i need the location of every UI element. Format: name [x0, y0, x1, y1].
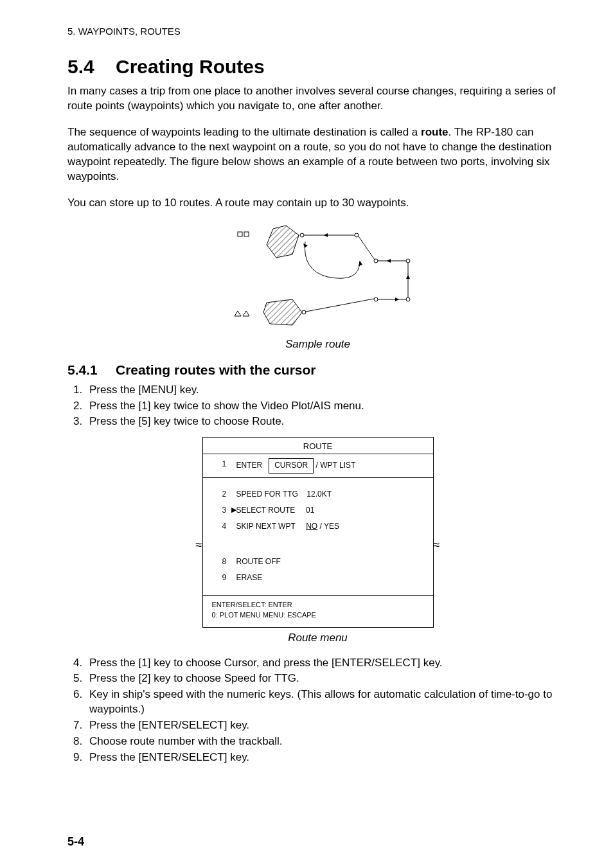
menu-footer-line2: 0: PLOT MENU MENU: ESCAPE	[212, 610, 424, 621]
page-number: 5-4	[67, 835, 84, 849]
svg-line-19	[306, 299, 374, 312]
step-9: Press the [ENTER/SELECT] key.	[85, 750, 568, 765]
step-6: Key in ship's speed with the numeric key…	[85, 687, 568, 717]
menu-main-section: 2 SPEED FOR TTG 12.0KT ▶ 3 SELECT ROUTE …	[203, 478, 433, 595]
menu-item-2-value: 12.0KT	[306, 490, 332, 499]
menu-item-4-label: SKIP NEXT WPT	[236, 522, 296, 531]
svg-marker-14	[387, 259, 391, 263]
steps-list-b: Press the [1] key to choose Cursor, and …	[67, 656, 568, 766]
step-8: Choose route number with the trackball.	[85, 734, 568, 749]
subsection-heading: 5.4.1Creating routes with the cursor	[67, 362, 568, 378]
menu-footer: ENTER/SELECT: ENTER 0: PLOT MENU MENU: E…	[203, 596, 433, 627]
menu-item-9-num: 9	[222, 572, 236, 584]
step-7: Press the [ENTER/SELECT] key.	[85, 718, 568, 733]
svg-point-7	[406, 297, 410, 301]
paragraph-3: You can store up to 10 routes. A route m…	[67, 196, 568, 211]
svg-marker-21	[359, 261, 362, 266]
menu-item-8-label: ROUTE OFF	[236, 556, 424, 568]
menu-footer-line1: ENTER/SELECT: ENTER	[212, 599, 424, 610]
svg-rect-1	[238, 232, 242, 236]
paragraph-2: The sequence of waypoints leading to the…	[67, 125, 568, 184]
menu-title: ROUTE	[203, 438, 433, 454]
step-1: Press the [MENU] key.	[85, 383, 568, 398]
svg-point-4	[355, 233, 359, 237]
svg-marker-16	[406, 275, 410, 279]
menu-item-9-label: ERASE	[236, 572, 424, 584]
figure1-caption: Sample route	[67, 338, 568, 351]
subsection-number: 5.4.1	[67, 362, 116, 378]
svg-line-12	[359, 236, 375, 260]
paragraph-1: In many cases a trip from one place to a…	[67, 84, 568, 114]
menu-pointer-icon: ▶	[231, 504, 236, 516]
figure-sample-route: Sample route	[67, 222, 568, 351]
svg-marker-20	[303, 244, 308, 248]
step-4: Press the [1] key to choose Cursor, and …	[85, 656, 568, 671]
menu-item-1-value: CURSOR	[269, 458, 314, 473]
para2-bold: route	[421, 126, 449, 138]
steps-list-a: Press the [MENU] key. Press the [1] key …	[67, 383, 568, 430]
break-mark-left-icon: ≈	[196, 539, 202, 551]
menu-item-4-value: NO	[306, 522, 317, 531]
svg-point-6	[406, 259, 410, 263]
menu-box: ROUTE 1 ENTERCURSOR / WPT LIST 2 SPEED F…	[202, 437, 434, 627]
section-number: 5.4	[67, 56, 116, 78]
para2-part-a: The sequence of waypoints leading to the…	[67, 126, 421, 138]
menu-item-3-label: SELECT ROUTE	[236, 506, 296, 515]
menu-item-4-alt: / YES	[317, 522, 339, 531]
menu-item-8-num: 8	[222, 556, 236, 568]
svg-point-9	[302, 310, 306, 314]
menu-item-1-label: ENTER	[236, 461, 263, 470]
svg-point-3	[300, 233, 304, 237]
svg-rect-2	[244, 232, 249, 236]
figure2-caption: Route menu	[67, 632, 568, 644]
subsection-title: Creating routes with the cursor	[116, 362, 316, 377]
step-5: Press the [2] key to choose Speed for TT…	[85, 671, 568, 686]
figure-route-menu: ROUTE 1 ENTERCURSOR / WPT LIST 2 SPEED F…	[67, 437, 568, 644]
break-mark-right-icon: ≈	[434, 539, 440, 551]
svg-point-8	[374, 297, 378, 301]
step-2: Press the [1] key twice to show the Vide…	[85, 399, 568, 414]
menu-item-1-alt: / WPT LIST	[314, 461, 355, 470]
menu-item-1-row: 1 ENTERCURSOR / WPT LIST	[203, 454, 433, 477]
section-heading: 5.4Creating Routes	[67, 56, 568, 78]
step-3: Press the [5] key twice to choose Route.	[85, 414, 568, 429]
running-header: 5. WAYPOINTS, ROUTES	[67, 26, 568, 37]
sample-route-svg	[202, 222, 434, 332]
menu-item-1-num: 1	[222, 458, 236, 473]
menu-item-2-label: SPEED FOR TTG	[236, 490, 298, 499]
section-title: Creating Routes	[116, 56, 265, 77]
svg-marker-11	[324, 233, 328, 237]
menu-item-3-value: 01	[306, 506, 314, 515]
svg-marker-18	[395, 297, 399, 301]
menu-item-4-num: 4	[222, 520, 236, 533]
menu-item-2-num: 2	[222, 488, 236, 500]
